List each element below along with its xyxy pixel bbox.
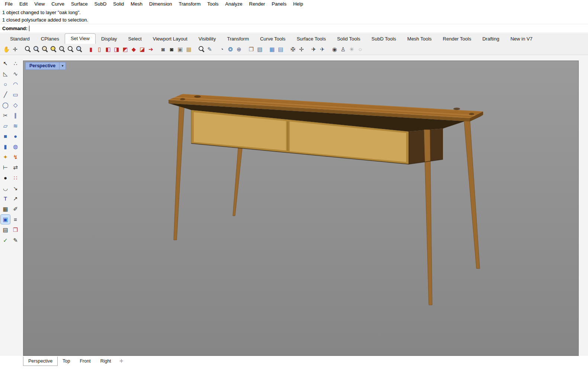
polyline-icon[interactable]: ◺ [1, 69, 10, 78]
select-icon[interactable]: ↖ [1, 59, 10, 68]
sun-icon[interactable]: ✳ [347, 45, 356, 54]
zoom-back-icon[interactable] [57, 45, 66, 54]
orbit-sphere-icon[interactable]: ❂ [226, 45, 235, 54]
align-vertical-icon[interactable]: ✠ [289, 45, 297, 54]
menu-surface[interactable]: Surface [68, 0, 91, 7]
pan-hand-icon[interactable]: ✋ [2, 45, 11, 54]
viewport-tab-perspective[interactable]: Perspective [23, 357, 58, 366]
ellipse-icon[interactable]: ◯ [1, 100, 10, 110]
viewport[interactable]: Perspective ▼ [23, 61, 579, 356]
menu-subd[interactable]: SubD [91, 0, 110, 7]
menu-solid[interactable]: Solid [110, 0, 127, 7]
point-icon[interactable]: ∴ [11, 59, 20, 68]
viewport-tab-top[interactable]: Top [58, 357, 75, 366]
gumball-icon[interactable]: ▣ [1, 215, 10, 224]
menu-tools[interactable]: Tools [204, 0, 222, 7]
tube-icon[interactable]: ◍ [11, 142, 20, 151]
zoom-2d-icon[interactable]: ✎ [205, 45, 214, 54]
magnify-small-icon[interactable] [197, 45, 205, 54]
dashed-circle-icon[interactable]: ◌ [356, 45, 364, 54]
hatch-icon[interactable]: ▦ [1, 204, 10, 214]
tab-curve-tools[interactable]: Curve Tools [254, 34, 291, 44]
zoom-out-icon[interactable] [66, 45, 74, 54]
arc-icon[interactable]: ◠ [11, 79, 20, 89]
curve-icon[interactable]: ∿ [11, 69, 20, 78]
polygon-icon[interactable]: ◇ [11, 100, 20, 110]
tab-cplanes[interactable]: CPlanes [35, 34, 65, 44]
tab-new-in-v7[interactable]: New in V7 [505, 34, 538, 44]
offset-icon[interactable]: ∥ [11, 111, 20, 120]
check-icon[interactable]: ✓ [1, 236, 10, 245]
pan-view-icon[interactable]: ✛ [11, 45, 19, 54]
grid-snap-icon[interactable]: ▤ [1, 225, 10, 234]
desk-model[interactable] [23, 61, 578, 356]
menu-view[interactable]: View [31, 0, 48, 7]
right-view-icon[interactable]: ◨ [112, 45, 121, 54]
menu-analyze[interactable]: Analyze [222, 0, 246, 7]
loft-icon[interactable]: ≋ [11, 121, 20, 130]
command-line[interactable]: Command: [0, 24, 588, 33]
tab-display[interactable]: Display [96, 34, 123, 44]
perspective-view-icon[interactable]: ◆ [129, 45, 138, 54]
points-on-icon[interactable]: ∷ [11, 173, 20, 182]
tab-render-tools[interactable]: Render Tools [437, 34, 477, 44]
comment-view-icon[interactable]: ◉ [330, 45, 339, 54]
blend-icon[interactable]: ◡ [1, 184, 10, 193]
view-forward-icon[interactable]: ▯ [95, 45, 104, 54]
tab-subd-tools[interactable]: SubD Tools [366, 34, 402, 44]
flow-icon[interactable]: ✐ [11, 204, 20, 214]
tab-select[interactable]: Select [123, 34, 147, 44]
new-viewport-tab-icon[interactable]: ✛ [116, 358, 127, 364]
trim-icon[interactable]: ⊢ [1, 163, 10, 172]
menu-panels[interactable]: Panels [268, 0, 290, 7]
zoom-1to1-icon[interactable] [74, 45, 83, 54]
menu-dimension[interactable]: Dimension [146, 0, 175, 7]
menu-mesh[interactable]: Mesh [127, 0, 146, 7]
zoom-extents-icon[interactable] [49, 45, 57, 54]
axes-cube-icon[interactable]: ▧ [256, 45, 264, 54]
scale-icon[interactable]: ↘ [11, 184, 20, 193]
tab-visibility[interactable]: Visibility [193, 34, 222, 44]
line-icon[interactable]: ╱ [1, 90, 10, 99]
menu-transform[interactable]: Transform [175, 0, 204, 7]
tab-mesh-tools[interactable]: Mesh Tools [402, 34, 437, 44]
viewport-label-dropdown[interactable]: ▼ [60, 62, 66, 70]
sphere-icon[interactable]: ● [11, 132, 20, 141]
tab-solid-tools[interactable]: Solid Tools [331, 34, 366, 44]
box-icon[interactable]: ■ [1, 132, 10, 141]
zoom-selected-icon[interactable] [40, 45, 49, 54]
split-icon[interactable]: ⇄ [11, 163, 20, 172]
bend-icon[interactable]: ↯ [11, 152, 20, 162]
desk-leg-front-right[interactable] [464, 117, 480, 269]
block-icon[interactable]: ❒ [11, 225, 20, 234]
tab-standard[interactable]: Standard [4, 34, 35, 44]
viewport-label[interactable]: Perspective ▼ [25, 62, 66, 70]
menu-render[interactable]: Render [246, 0, 269, 7]
menu-curve[interactable]: Curve [48, 0, 68, 7]
leader-icon[interactable]: ↗ [11, 194, 20, 203]
viewport-label-text[interactable]: Perspective [25, 62, 60, 70]
view-cube-icon[interactable]: ❐ [247, 45, 256, 54]
surface-icon[interactable]: ▱ [1, 121, 10, 130]
spin-view-icon[interactable]: ✢ [297, 45, 306, 54]
cylinder-icon[interactable]: ▮ [1, 142, 10, 151]
camera-settings-icon[interactable]: ◙ [167, 45, 176, 54]
camera-icon[interactable]: ◙ [159, 45, 167, 54]
tab-drafting[interactable]: Drafting [477, 34, 505, 44]
top-view-icon[interactable]: ◩ [121, 45, 129, 54]
front-view-icon[interactable]: ◧ [104, 45, 112, 54]
zoom-dynamic-icon[interactable] [23, 45, 32, 54]
menu-file[interactable]: File [1, 0, 16, 7]
set-camera-icon[interactable]: ⊕ [235, 45, 243, 54]
isometric-view-icon[interactable]: ◪ [138, 45, 147, 54]
view-back-icon[interactable]: ▮ [87, 45, 95, 54]
cplane-icon[interactable]: ▦ [268, 45, 276, 54]
annotate-icon[interactable]: ✎ [11, 236, 20, 245]
tab-set-view[interactable]: Set View [65, 33, 96, 44]
rectangle-icon[interactable]: ▭ [11, 90, 20, 99]
tab-viewport-layout[interactable]: Viewport Layout [147, 34, 193, 44]
projector-icon[interactable]: ▣ [176, 45, 184, 54]
text-icon[interactable]: T [1, 194, 10, 203]
walk-mode-icon[interactable]: ♙ [339, 45, 347, 54]
tab-transform[interactable]: Transform [221, 34, 254, 44]
